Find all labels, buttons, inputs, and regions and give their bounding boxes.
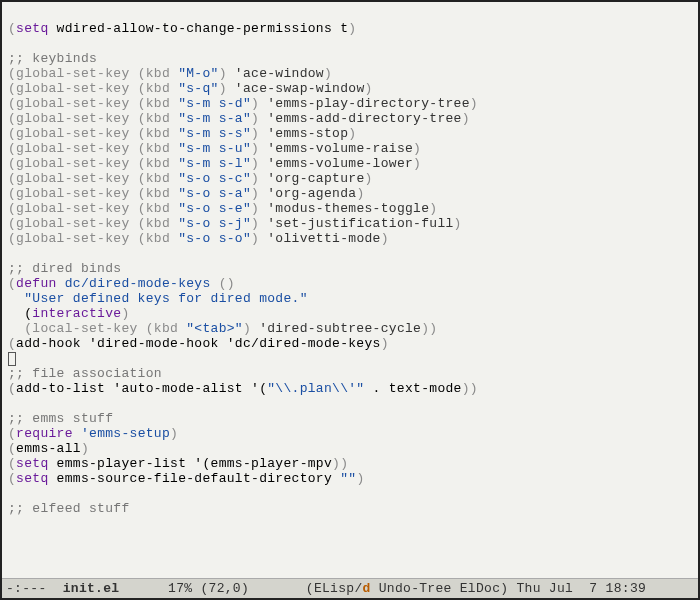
paren: ( <box>8 276 16 291</box>
code-buffer[interactable]: (setq wdired-allow-to-change-permissions… <box>2 2 698 578</box>
quoted: 'ace-swap-window <box>235 81 365 96</box>
quoted: 'set-justification-full <box>267 216 453 231</box>
code-text: (global-set-key <box>8 216 138 231</box>
code-text: (kbd <box>138 126 179 141</box>
keyword-setq: setq <box>16 471 48 486</box>
quoted: 'emms-volume-lower <box>267 156 413 171</box>
string: "" <box>340 471 356 486</box>
code-text: (global-set-key <box>8 66 138 81</box>
scroll-percent: 17% <box>168 581 192 596</box>
paren: ) <box>470 96 478 111</box>
modeline[interactable]: -:--- init.el 17% (72,0) (ELisp/d Undo-T… <box>2 578 698 598</box>
paren: ) <box>251 126 267 141</box>
string: "s-o s-c" <box>178 171 251 186</box>
code-text: (global-set-key <box>8 111 138 126</box>
buffer-name: init.el <box>55 581 128 596</box>
string: "s-o s-e" <box>178 201 251 216</box>
paren: ) <box>356 186 364 201</box>
paren: )) <box>462 381 478 396</box>
indent <box>8 291 24 306</box>
paren: ( <box>8 336 16 351</box>
modes-pre: (ELisp/ <box>306 581 363 596</box>
code-text: emms-all <box>16 441 81 456</box>
comment: ;; emms stuff <box>8 411 113 426</box>
paren: ( <box>8 471 16 486</box>
code-text: (kbd <box>138 96 179 111</box>
text-cursor <box>8 352 16 366</box>
paren: ) <box>348 21 356 36</box>
paren: ) <box>381 231 389 246</box>
string: "s-m s-d" <box>178 96 251 111</box>
docstring: "User defined keys for dired mode." <box>24 291 308 306</box>
paren: ) <box>251 111 267 126</box>
code-text: (kbd <box>138 201 179 216</box>
string: "M-o" <box>178 66 219 81</box>
keyword-setq: setq <box>16 21 48 36</box>
code-text: (kbd <box>138 186 179 201</box>
code-text: (kbd <box>138 111 179 126</box>
code-text: emms-player-list '(emms-player-mpv <box>49 456 333 471</box>
paren: ) <box>251 231 267 246</box>
paren: ) <box>251 141 267 156</box>
paren: ) <box>429 201 437 216</box>
code-text: (kbd <box>138 141 179 156</box>
paren: ) <box>413 141 421 156</box>
modes-post: Undo-Tree ElDoc) <box>371 581 509 596</box>
paren: ) <box>364 171 372 186</box>
keyword-interactive: interactive <box>32 306 121 321</box>
paren: ( <box>8 381 16 396</box>
paren: () <box>211 276 235 291</box>
keyword-require: require <box>16 426 73 441</box>
paren: ( <box>8 456 16 471</box>
paren: ) <box>356 471 364 486</box>
string: "s-o s-a" <box>178 186 251 201</box>
dirty-flag: d <box>363 581 371 596</box>
quoted: 'emms-play-directory-tree <box>267 96 470 111</box>
code-text: (global-set-key <box>8 81 138 96</box>
code-text: (global-set-key <box>8 141 138 156</box>
string: "s-o s-j" <box>178 216 251 231</box>
code-text: (global-set-key <box>8 156 138 171</box>
paren: ) <box>381 336 389 351</box>
paren: )) <box>421 321 437 336</box>
paren: ) <box>219 81 235 96</box>
comment: ;; file association <box>8 366 162 381</box>
paren: ) <box>462 111 470 126</box>
paren: ( <box>8 306 32 321</box>
string: "s-m s-u" <box>178 141 251 156</box>
code-text: (global-set-key <box>8 126 138 141</box>
clock: Thu Jul 7 18:39 <box>508 581 646 596</box>
paren: ( <box>8 21 16 36</box>
cursor-position: (72,0) <box>192 581 249 596</box>
paren: ) <box>251 171 267 186</box>
code-text: (global-set-key <box>8 96 138 111</box>
code-text: (kbd <box>138 81 179 96</box>
paren: ) <box>121 306 129 321</box>
quoted: 'modus-themes-toggle <box>267 201 429 216</box>
modeline-flags: -:--- <box>6 581 55 596</box>
code-text: add-to-list 'auto-mode-alist '( <box>16 381 267 396</box>
modeline-pad <box>249 581 306 596</box>
paren: ) <box>251 216 267 231</box>
comment: ;; dired binds <box>8 261 121 276</box>
quoted: 'org-agenda <box>267 186 356 201</box>
paren: ) <box>251 156 267 171</box>
code-text: (kbd <box>138 231 179 246</box>
string: "s-o s-o" <box>178 231 251 246</box>
paren: )) <box>332 456 348 471</box>
string: "s-q" <box>178 81 219 96</box>
code-text: (global-set-key <box>8 231 138 246</box>
code-text: emms-source-file-default-directory <box>49 471 341 486</box>
comment: ;; elfeed stuff <box>8 501 130 516</box>
code-text: (kbd <box>138 156 179 171</box>
quoted: 'olivetti-mode <box>267 231 380 246</box>
string: "s-m s-a" <box>178 111 251 126</box>
quoted: 'emms-stop <box>267 126 348 141</box>
paren: ( <box>8 441 16 456</box>
keyword-setq: setq <box>16 456 48 471</box>
code-text: (global-set-key <box>8 171 138 186</box>
quoted: 'emms-setup <box>73 426 170 441</box>
code-text: (kbd <box>138 171 179 186</box>
string: "s-m s-s" <box>178 126 251 141</box>
paren: ) <box>170 426 178 441</box>
